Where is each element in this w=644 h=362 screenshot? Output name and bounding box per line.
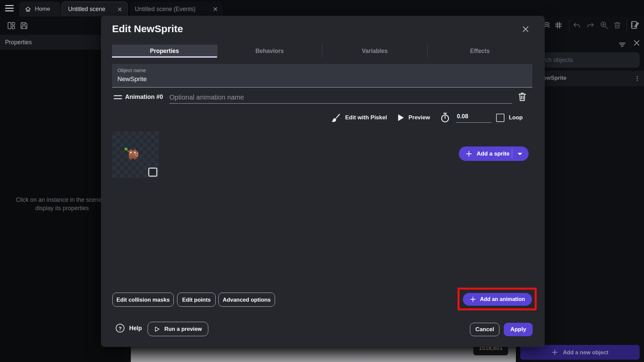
animation-tools-row: Edit with Piskel Preview Loop — [329, 111, 523, 124]
animation-index-label: Animation #0 — [125, 94, 163, 101]
object-list-item-newsprite[interactable]: NewSprite — [530, 71, 644, 86]
tab-untitled-scene-close-icon[interactable] — [116, 6, 123, 13]
dialog-tabbar: Properties Behaviors Variables Effects — [112, 45, 532, 58]
home-icon — [24, 6, 32, 13]
object-name-field-value[interactable]: NewSprite — [117, 75, 147, 83]
tab-home[interactable]: Home — [19, 2, 61, 16]
play-outline-icon — [154, 326, 160, 332]
save-icon[interactable] — [19, 21, 29, 30]
active-tab-underline — [112, 56, 217, 58]
close-panel-icon[interactable] — [633, 39, 641, 47]
preview-button[interactable]: Preview — [409, 114, 430, 121]
objects-panel: NewSprite Add a new object — [530, 16, 644, 362]
toolbar-divider — [627, 19, 627, 32]
tab-untitled-scene[interactable]: Untitled scene — [62, 2, 127, 16]
main-menu-icon[interactable] — [5, 5, 14, 12]
apply-button[interactable]: Apply — [504, 323, 533, 336]
properties-panel-title: Properties — [5, 39, 32, 46]
time-between-frames-input[interactable] — [456, 113, 491, 123]
add-new-object-label: Add a new object — [563, 349, 608, 356]
add-sprite-button[interactable]: Add a sprite — [459, 146, 529, 161]
top-bar: Home Untitled scene Untitled scene (Even… — [0, 0, 644, 16]
tab-home-label: Home — [35, 6, 50, 12]
tab-effects[interactable]: Effects — [427, 45, 533, 58]
chevron-down-icon[interactable] — [518, 153, 522, 155]
brush-icon — [329, 112, 340, 123]
tab-variables[interactable]: Variables — [322, 45, 427, 58]
object-options-kebab-icon[interactable] — [633, 74, 642, 83]
remove-animation-trash-icon[interactable] — [517, 92, 527, 102]
edit-collision-masks-button[interactable]: Edit collision masks — [112, 293, 174, 307]
edit-with-piskel-button[interactable]: Edit with Piskel — [345, 114, 387, 121]
toolbar-divider — [569, 19, 570, 32]
tab-untitled-scene-label: Untitled scene — [68, 6, 105, 13]
dialog-title: Edit NewSprite — [112, 23, 183, 35]
cancel-button[interactable]: Cancel — [470, 323, 499, 336]
gdevelop-app: Home Untitled scene Untitled scene (Even… — [0, 0, 644, 362]
add-animation-button[interactable]: Add an animation — [463, 293, 532, 306]
frame-select-checkbox[interactable] — [148, 168, 157, 177]
add-sprite-label: Add a sprite — [477, 150, 509, 157]
object-name-field[interactable]: Object name NewSprite — [112, 64, 532, 87]
advanced-options-button[interactable]: Advanced options — [218, 293, 275, 307]
tab-untitled-scene-events[interactable]: Untitled scene (Events) — [130, 2, 223, 16]
pig-sprite-image — [123, 148, 141, 163]
run-preview-button[interactable]: Run a preview — [148, 322, 208, 336]
edit-points-button[interactable]: Edit points — [177, 293, 216, 307]
edit-sprite-dialog: Edit NewSprite Properties Behaviors Vari… — [101, 16, 545, 347]
undo-icon[interactable] — [573, 21, 581, 29]
tab-untitled-scene-events-close-icon[interactable] — [212, 6, 219, 12]
plus-icon — [551, 349, 558, 356]
button-divider — [512, 149, 512, 159]
animation-name-input[interactable] — [169, 92, 512, 104]
filter-icon[interactable] — [618, 40, 627, 49]
loop-label: Loop — [509, 114, 523, 121]
dialog-close-icon[interactable] — [521, 24, 530, 34]
animation-drag-handle[interactable] — [114, 95, 122, 99]
redo-icon[interactable] — [586, 21, 594, 29]
delete-icon[interactable] — [613, 21, 622, 29]
edit-scene-properties-icon[interactable] — [630, 20, 640, 30]
loop-checkbox[interactable] — [496, 114, 504, 122]
grid-icon[interactable] — [554, 21, 563, 29]
tab-properties[interactable]: Properties — [112, 45, 217, 58]
object-name-field-label: Object name — [117, 67, 146, 73]
scene-canvas-edge[interactable] — [131, 347, 516, 362]
add-new-object-button[interactable]: Add a new object — [520, 345, 640, 360]
sprite-frame-thumbnail[interactable] — [112, 131, 159, 178]
tab-behaviors[interactable]: Behaviors — [217, 45, 322, 58]
help-button[interactable]: ? Help — [116, 324, 142, 333]
stopwatch-icon — [440, 112, 450, 123]
preview-play-icon — [398, 114, 404, 121]
zoom-in-icon[interactable] — [600, 21, 608, 29]
toggle-panels-icon[interactable] — [7, 21, 16, 30]
plus-icon — [466, 150, 472, 157]
question-mark-icon: ? — [116, 324, 124, 333]
plus-icon — [470, 296, 476, 302]
tab-untitled-scene-events-label: Untitled scene (Events) — [135, 6, 196, 13]
time-between-frames-field — [456, 113, 491, 123]
